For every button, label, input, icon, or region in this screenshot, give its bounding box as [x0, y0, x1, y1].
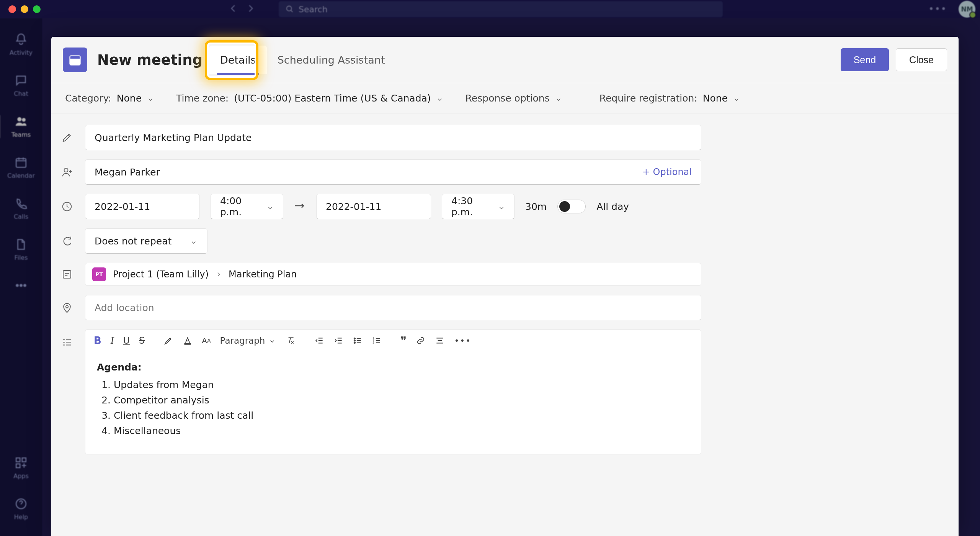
svg-point-20: [354, 340, 355, 341]
location-icon: [60, 302, 74, 313]
nav-back-icon[interactable]: [228, 3, 238, 15]
font-size-icon[interactable]: AA: [202, 336, 211, 345]
minimize-window-icon[interactable]: [21, 5, 28, 13]
description-icon: [60, 336, 74, 348]
rail-apps[interactable]: Apps: [13, 456, 29, 480]
end-time-select[interactable]: 4:30 p.m.: [442, 194, 514, 219]
indent-icon[interactable]: [333, 336, 343, 346]
require-registration-dropdown[interactable]: Require registration: None: [599, 93, 741, 104]
svg-rect-16: [63, 270, 71, 278]
end-date-input[interactable]: 2022-01-11: [316, 194, 431, 219]
meeting-app-icon: [63, 48, 87, 72]
chevron-down-icon: [436, 94, 444, 102]
svg-point-1: [18, 118, 21, 121]
rte-toolbar: B I U S AA Paragraph: [85, 330, 701, 351]
rail-more[interactable]: [15, 279, 28, 302]
svg-rect-9: [16, 464, 20, 468]
left-rail: Activity Chat Teams Calendar Calls Files: [0, 18, 42, 536]
agenda-item: Competitor analysis: [114, 393, 689, 408]
more-options-icon[interactable]: •••: [929, 4, 947, 15]
chevron-down-icon: [190, 237, 198, 245]
all-day-label: All day: [596, 201, 629, 212]
font-color-icon[interactable]: [183, 336, 193, 346]
meeting-title-input[interactable]: Quarterly Marketing Plan Update: [85, 125, 701, 150]
underline-icon[interactable]: U: [123, 335, 130, 346]
channel-picker[interactable]: PT Project 1 (Team Lilly) Marketing Plan: [85, 263, 701, 286]
close-button[interactable]: Close: [896, 48, 947, 71]
more-formatting-icon[interactable]: •••: [454, 336, 471, 346]
chevron-down-icon: [269, 337, 276, 344]
agenda-heading: Agenda:: [97, 362, 142, 373]
description-body[interactable]: Agenda: Updates from Megan Competitor an…: [85, 351, 701, 454]
agenda-item: Miscellaneous: [114, 423, 689, 439]
new-meeting-modal: New meeting Details Scheduling Assistant…: [51, 37, 959, 536]
add-optional-link[interactable]: + Optional: [642, 167, 692, 177]
numbered-list-icon[interactable]: 123: [372, 336, 382, 346]
align-icon[interactable]: [435, 336, 445, 346]
outdent-icon[interactable]: [314, 336, 324, 346]
close-window-icon[interactable]: [8, 5, 16, 13]
clock-icon: [60, 201, 74, 212]
people-add-icon: [60, 166, 74, 178]
start-date-input[interactable]: 2022-01-11: [85, 194, 200, 219]
search-placeholder: Search: [299, 5, 328, 14]
link-icon[interactable]: [416, 336, 426, 346]
description-editor[interactable]: B I U S AA Paragraph: [85, 329, 701, 454]
clear-formatting-icon[interactable]: [286, 336, 296, 346]
response-options-dropdown[interactable]: Response options: [466, 93, 563, 104]
tab-details[interactable]: Details: [209, 46, 267, 74]
svg-point-6: [24, 284, 26, 286]
strikethrough-icon[interactable]: S: [139, 335, 145, 346]
maximize-window-icon[interactable]: [33, 5, 41, 13]
chevron-down-icon: [267, 203, 274, 210]
svg-point-2: [23, 118, 25, 121]
send-button[interactable]: Send: [841, 48, 889, 71]
rail-chat[interactable]: Chat: [14, 74, 28, 97]
edit-icon: [60, 132, 74, 143]
rail-files[interactable]: Files: [14, 238, 28, 261]
rail-help[interactable]: Help: [14, 497, 28, 521]
titlebar: Search ••• NM: [0, 0, 980, 18]
rail-teams[interactable]: Teams: [11, 115, 31, 138]
chevron-down-icon: [733, 94, 741, 102]
all-day-toggle[interactable]: [557, 200, 586, 213]
chevron-right-icon: [216, 269, 222, 280]
bold-icon[interactable]: B: [94, 335, 101, 346]
meeting-options-bar: Category: None Time zone: (UTC-05:00) Ea…: [51, 83, 959, 113]
start-time-select[interactable]: 4:00 p.m.: [211, 194, 283, 219]
quote-icon[interactable]: ❞: [400, 334, 407, 347]
highlight-icon[interactable]: [163, 336, 173, 346]
svg-text:3: 3: [373, 341, 375, 344]
bullet-list-icon[interactable]: [353, 336, 363, 346]
arrow-right-icon: [294, 202, 305, 211]
svg-rect-18: [185, 344, 191, 344]
agenda-item: Updates from Megan: [114, 377, 689, 393]
tab-scheduling-assistant[interactable]: Scheduling Assistant: [267, 46, 396, 74]
modal-title: New meeting: [97, 52, 203, 68]
svg-point-21: [354, 342, 355, 343]
attendees-input[interactable]: Megan Parker + Optional: [85, 159, 701, 185]
rail-activity[interactable]: Activity: [10, 33, 33, 56]
svg-rect-7: [16, 458, 20, 462]
chevron-down-icon: [498, 203, 505, 210]
timezone-dropdown[interactable]: Time zone: (UTC-05:00) Eastern Time (US …: [176, 93, 444, 104]
rail-calendar[interactable]: Calendar: [7, 156, 35, 179]
chevron-down-icon: [147, 94, 155, 102]
svg-rect-3: [16, 159, 26, 167]
paragraph-style-select[interactable]: Paragraph: [220, 336, 277, 346]
avatar[interactable]: NM: [959, 1, 975, 18]
agenda-item: Client feedback from last call: [114, 408, 689, 423]
repeat-icon: [60, 235, 74, 247]
italic-icon[interactable]: I: [111, 335, 114, 346]
search-input[interactable]: Search: [279, 1, 723, 17]
recurrence-select[interactable]: Does not repeat: [85, 228, 207, 254]
svg-point-5: [20, 284, 22, 286]
category-dropdown[interactable]: Category: None: [65, 93, 155, 104]
rail-calls[interactable]: Calls: [14, 197, 28, 220]
location-input[interactable]: Add location: [85, 295, 701, 320]
chevron-down-icon: [555, 94, 563, 102]
window-traffic-lights: [8, 5, 41, 13]
svg-point-17: [66, 305, 68, 308]
svg-point-14: [64, 168, 68, 172]
nav-forward-icon[interactable]: [246, 3, 256, 15]
